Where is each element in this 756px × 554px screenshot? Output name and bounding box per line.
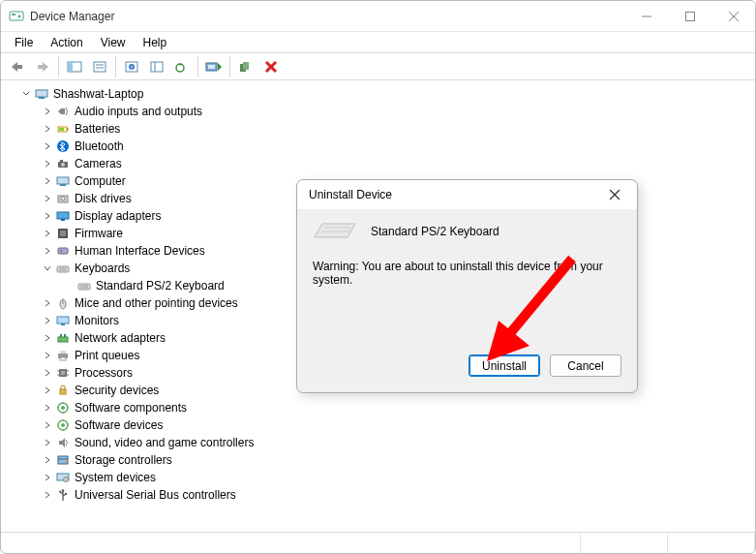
twisty-open-icon[interactable] — [40, 261, 55, 276]
dialog-close-button[interactable] — [600, 180, 629, 209]
svg-rect-40 — [60, 160, 63, 162]
computer-icon — [34, 86, 49, 102]
svg-marker-9 — [43, 62, 48, 72]
svg-rect-1 — [12, 14, 15, 15]
minimize-button[interactable] — [624, 1, 668, 31]
properties-button[interactable] — [88, 55, 111, 78]
menu-view[interactable]: View — [93, 34, 134, 51]
dialog-warning-text: Warning: You are about to uninstall this… — [313, 260, 621, 287]
tree-node[interactable]: Sound, video and game controllers — [38, 434, 755, 451]
svg-rect-12 — [68, 62, 73, 72]
twisty-closed-icon[interactable] — [40, 435, 55, 450]
tree-view-button[interactable] — [145, 55, 168, 78]
disk-icon — [55, 191, 71, 206]
svg-rect-42 — [60, 184, 66, 186]
app-icon — [9, 9, 24, 24]
twisty-closed-icon[interactable] — [40, 383, 55, 398]
tree-node-label: Firmware — [75, 227, 123, 240]
svg-rect-68 — [61, 371, 65, 375]
tree-root[interactable]: Shashwat-Laptop — [16, 85, 755, 103]
twisty-closed-icon[interactable] — [40, 104, 55, 119]
printer-icon — [55, 348, 71, 363]
keyboard-icon — [76, 278, 92, 293]
svg-point-91 — [62, 489, 65, 492]
tree-node[interactable]: Bluetooth — [38, 138, 755, 155]
uninstall-button[interactable]: Uninstall — [469, 354, 540, 377]
svg-marker-96 — [315, 224, 355, 237]
storage-icon — [55, 452, 71, 468]
tree-node-label: Disk drives — [75, 192, 132, 205]
tree-node[interactable]: Cameras — [38, 155, 755, 172]
svg-rect-0 — [10, 12, 23, 20]
tree-node-label: Display adapters — [75, 209, 161, 223]
twisty-closed-icon[interactable] — [40, 173, 55, 189]
twisty-closed-icon[interactable] — [40, 348, 55, 363]
add-legacy-hardware-button[interactable] — [234, 55, 257, 78]
twisty-closed-icon[interactable] — [40, 156, 55, 171]
svg-rect-27 — [243, 62, 249, 70]
twisty-closed-icon[interactable] — [40, 191, 55, 206]
twisty-closed-icon[interactable] — [40, 243, 55, 259]
twisty-closed-icon[interactable] — [40, 417, 55, 433]
menu-file[interactable]: File — [7, 34, 41, 51]
tree-node-label: Software devices — [75, 418, 163, 432]
cancel-button[interactable]: Cancel — [550, 354, 621, 377]
close-button[interactable] — [711, 1, 755, 31]
tree-node[interactable]: Audio inputs and outputs — [38, 103, 755, 120]
svg-rect-24 — [208, 65, 215, 69]
bluetooth-icon — [55, 138, 71, 154]
twisty-closed-icon[interactable] — [40, 208, 55, 224]
twisty-closed-icon[interactable] — [40, 452, 55, 468]
monitor-icon — [55, 313, 71, 328]
svg-rect-13 — [94, 62, 106, 72]
tree-node-label: Human Interface Devices — [75, 244, 205, 258]
maximize-button[interactable] — [668, 1, 711, 31]
update-driver-button[interactable] — [170, 55, 194, 78]
twisty-closed-icon[interactable] — [40, 487, 55, 503]
svg-point-81 — [61, 423, 65, 427]
svg-text:?: ? — [131, 64, 134, 70]
audio-icon — [55, 104, 71, 119]
hid-icon — [55, 243, 71, 259]
svg-rect-87 — [58, 456, 68, 464]
forward-button[interactable] — [31, 55, 54, 78]
twisty-closed-icon[interactable] — [40, 400, 55, 416]
twisty-closed-icon[interactable] — [40, 470, 55, 485]
tree-node-label: Computer — [75, 174, 126, 188]
twisty-closed-icon[interactable] — [40, 313, 55, 328]
tree-node[interactable]: Batteries — [38, 120, 755, 138]
system-icon — [55, 470, 71, 485]
scan-hardware-button[interactable] — [202, 55, 226, 78]
twisty-closed-icon[interactable] — [40, 295, 55, 311]
network-icon — [55, 330, 71, 346]
menu-help[interactable]: Help — [136, 34, 175, 51]
svg-rect-51 — [57, 266, 69, 272]
uninstall-device-toolbar-button[interactable] — [259, 55, 283, 78]
show-hide-console-tree-button[interactable] — [63, 55, 86, 78]
twisty-closed-icon[interactable] — [40, 121, 55, 137]
tree-node[interactable]: Software devices — [38, 416, 755, 434]
twisty-closed-icon[interactable] — [40, 365, 55, 381]
toolbar: ? — [1, 53, 755, 80]
tree-node[interactable]: System devices — [38, 469, 755, 486]
svg-point-92 — [59, 491, 61, 493]
keyboard-icon — [55, 261, 71, 276]
security-icon — [55, 383, 71, 398]
svg-rect-30 — [36, 90, 47, 97]
tree-node[interactable]: Software components — [38, 399, 755, 416]
tree-node-label: Monitors — [75, 314, 119, 327]
help-button[interactable]: ? — [120, 55, 143, 78]
tree-node-label: Mice and other pointing devices — [75, 296, 238, 310]
svg-rect-60 — [61, 323, 65, 325]
tree-node[interactable]: Universal Serial Bus controllers — [38, 486, 755, 504]
svg-rect-31 — [39, 97, 45, 99]
twisty-closed-icon[interactable] — [40, 330, 55, 346]
back-button[interactable] — [6, 55, 29, 78]
twisty-closed-icon[interactable] — [40, 138, 55, 154]
twisty-open-icon[interactable] — [18, 86, 34, 102]
twisty-closed-icon[interactable] — [40, 226, 55, 241]
tree-node[interactable]: Storage controllers — [38, 451, 755, 469]
svg-rect-93 — [65, 493, 67, 495]
menu-action[interactable]: Action — [43, 34, 90, 51]
computer-icon — [55, 173, 71, 189]
